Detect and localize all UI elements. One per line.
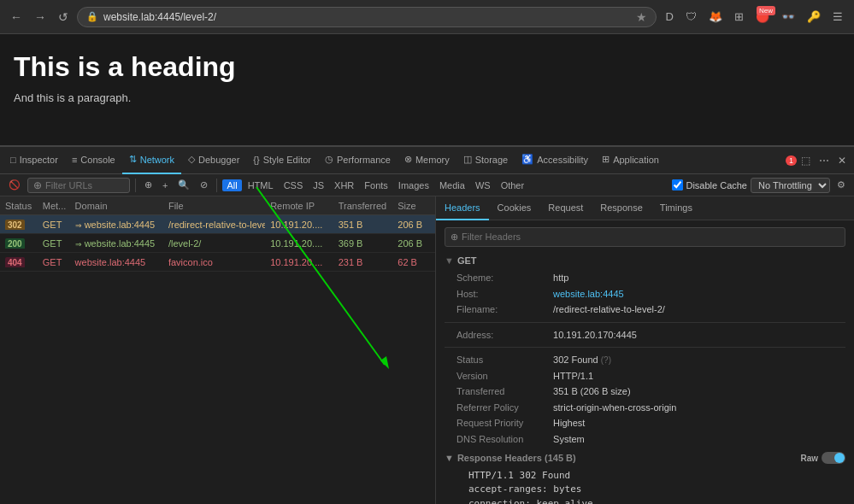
disable-cache-checkbox[interactable] [672, 179, 683, 190]
tab-style-editor[interactable]: {} Style Editor [246, 147, 318, 174]
request-header-row: Status Met... Domain File Remote IP Tran… [0, 196, 435, 215]
table-row[interactable]: 404 GET website.lab:4445 favicon.ico 10.… [0, 253, 435, 272]
extension-btn-5[interactable]: 🔑 [803, 8, 825, 26]
type-filter: All HTML CSS JS XHR Fonts Images Media W… [222, 179, 528, 191]
tab-performance[interactable]: ◷ Performance [318, 147, 398, 174]
url-display: website.lab:4445/level-2/ [103, 11, 631, 23]
style-editor-icon: {} [253, 155, 259, 165]
more-tools-btn[interactable]: ⋯ [815, 152, 833, 169]
filter-css[interactable]: CSS [280, 179, 308, 191]
close-devtools-btn[interactable]: ✕ [833, 152, 851, 169]
devtools: □ Inspector ≡ Console ⇅ Network ◇ Debugg… [0, 145, 854, 504]
col-header-file: File [163, 201, 265, 211]
filter-fonts[interactable]: Fonts [360, 179, 392, 191]
filter-xhr[interactable]: XHR [330, 179, 358, 191]
network-main: Status Met... Domain File Remote IP Tran… [0, 196, 854, 504]
extension-btn-1[interactable]: 🛡 [681, 8, 701, 26]
tab-application[interactable]: ⊞ Application [595, 147, 666, 174]
filter-headers-bar: ⊕ [445, 227, 845, 247]
reload-button[interactable]: ↺ [55, 9, 72, 26]
divider-2 [445, 347, 845, 348]
extension-btn-4[interactable]: 👓 [777, 8, 799, 26]
status-value: 302 Found (?) [553, 355, 611, 365]
raw-toggle-knob [834, 453, 845, 463]
menu-button[interactable]: ☰ [828, 8, 847, 26]
tab-debugger[interactable]: ◇ Debugger [181, 147, 246, 174]
referrer-row: Referrer Policy strict-origin-when-cross… [445, 401, 845, 415]
profile-btn[interactable]: D [662, 8, 678, 26]
filter-js[interactable]: JS [309, 179, 328, 191]
raw-toggle[interactable] [822, 452, 845, 464]
tab-accessibility[interactable]: ♿ Accessibility [515, 147, 595, 174]
settings-btn[interactable]: ⚙ [833, 178, 849, 192]
version-row: Version HTTP/1.1 [445, 369, 845, 384]
tab-storage[interactable]: ◫ Storage [456, 147, 515, 174]
tab-memory[interactable]: ⊗ Memory [398, 147, 456, 174]
file-cell: /redirect-relative-to-level-2/ [163, 220, 265, 230]
extension-btn-2[interactable]: 🦊 [704, 8, 727, 26]
table-row[interactable]: 200 GET ⇒ website.lab:4445 /level-2/ 10.… [0, 234, 435, 253]
search-btn[interactable]: ⊕ [141, 178, 156, 192]
devtools-toolbar: □ Inspector ≡ Console ⇅ Network ◇ Debugg… [0, 147, 854, 174]
responsive-design-btn[interactable]: ⬚ [797, 152, 815, 169]
extension-btn-3[interactable]: ⊞ [730, 8, 748, 26]
details-content: ⊕ ▼ GET Scheme: http Host: website.lab:4… [436, 220, 854, 504]
tab-console[interactable]: ≡ Console [65, 147, 122, 174]
get-section-header[interactable]: ▼ GET [445, 254, 845, 268]
disable-cache-label: Disable Cache [672, 179, 747, 190]
dtab-response[interactable]: Response [592, 196, 651, 220]
transferred-value: 351 B (206 B size) [553, 386, 631, 396]
transferred-cell: 231 B [333, 257, 393, 267]
filter-media[interactable]: Media [435, 179, 469, 191]
no-throttle-filter-btn[interactable]: ⊘ [197, 178, 211, 192]
domain-cell: ⇒ website.lab:4445 [70, 238, 163, 249]
inspector-icon: □ [10, 155, 16, 165]
dtab-request[interactable]: Request [539, 196, 592, 220]
method-cell: GET [38, 220, 70, 230]
filter-urls-input[interactable] [45, 180, 124, 190]
method-cell: GET [38, 257, 70, 267]
request-list: Status Met... Domain File Remote IP Tran… [0, 196, 436, 504]
forward-button[interactable]: → [31, 9, 50, 26]
clear-requests-btn[interactable]: 🚫 [5, 178, 24, 192]
remoteip-cell: 10.191.20.... [265, 238, 333, 249]
response-headers-label[interactable]: ▼ Response Headers (145 B) Raw [445, 451, 845, 466]
performance-icon: ◷ [325, 154, 333, 165]
console-icon: ≡ [72, 155, 77, 165]
dtab-timings[interactable]: Timings [651, 196, 701, 220]
response-headers-raw: HTTP/1.1 302 Found accept-ranges: bytes … [445, 469, 845, 505]
extension-btn-new[interactable]: 🔴 [751, 8, 774, 26]
tab-network[interactable]: ⇅ Network [122, 147, 181, 174]
tab-inspector[interactable]: □ Inspector [3, 147, 65, 174]
transferred-row: Transferred 351 B (206 B size) [445, 384, 845, 399]
version-value: HTTP/1.1 [553, 371, 593, 381]
transferred-cell: 351 B [333, 220, 393, 230]
filter-icon: ⊕ [33, 179, 42, 191]
dtab-headers[interactable]: Headers [436, 196, 489, 220]
priority-value: Highest [553, 418, 585, 428]
filter-all[interactable]: All [222, 179, 241, 191]
col-header-domain: Domain [70, 201, 163, 211]
zoom-btn[interactable]: 🔍 [174, 178, 193, 192]
separator-2 [216, 179, 217, 192]
filter-html[interactable]: HTML [244, 179, 278, 191]
status-row: Status 302 Found (?) [445, 353, 845, 367]
filter-headers-input[interactable] [462, 231, 839, 242]
filter-icon: ⊕ [451, 230, 458, 244]
header-line: connection: keep-alive [456, 497, 845, 505]
throttle-select[interactable]: No Throttling Slow 3G Fast 3G Offline [751, 178, 830, 193]
filter-ws[interactable]: WS [471, 179, 495, 191]
application-icon: ⊞ [602, 154, 610, 165]
status-cell: 200 [0, 238, 38, 249]
filter-images[interactable]: Images [394, 179, 433, 191]
status-cell: 302 [0, 220, 38, 230]
domain-cell: ⇒ website.lab:4445 [70, 220, 163, 230]
table-row[interactable]: 302 GET ⇒ website.lab:4445 /redirect-rel… [0, 215, 435, 234]
raw-label: Raw [800, 452, 818, 465]
import-btn[interactable]: + [159, 179, 171, 192]
dtab-cookies[interactable]: Cookies [489, 196, 540, 220]
back-button[interactable]: ← [7, 9, 26, 26]
network-toolbar: 🚫 ⊕ ⊕ + 🔍 ⊘ All HTML CSS JS XHR Fonts Im… [0, 174, 854, 196]
details-panel: Headers Cookies Request Response Timings… [436, 196, 854, 504]
filter-other[interactable]: Other [497, 179, 529, 191]
